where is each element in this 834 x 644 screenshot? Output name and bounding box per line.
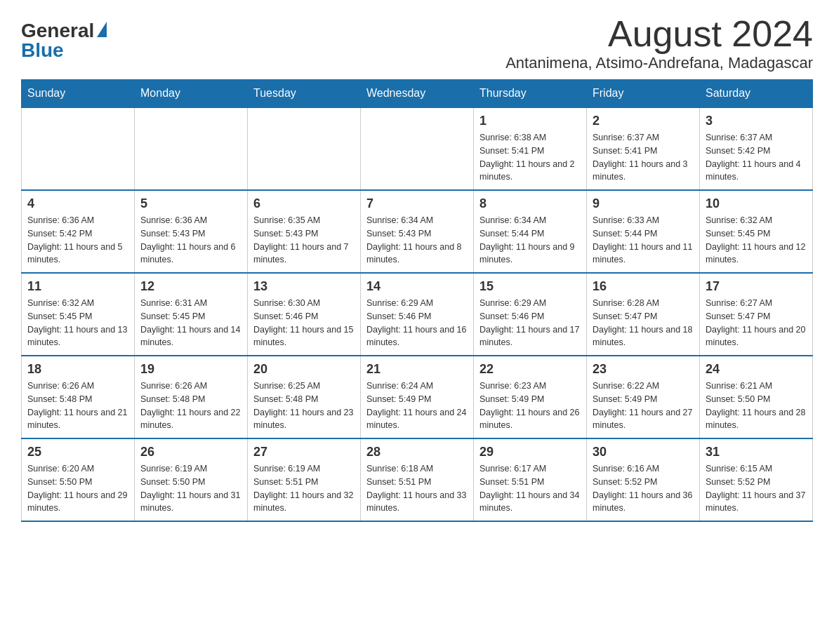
day-cell <box>361 107 474 190</box>
day-number: 14 <box>366 279 468 294</box>
day-cell: 22Sunrise: 6:23 AMSunset: 5:49 PMDayligh… <box>474 356 587 438</box>
day-info: Sunrise: 6:20 AMSunset: 5:50 PMDaylight:… <box>27 462 128 515</box>
day-cell: 13Sunrise: 6:30 AMSunset: 5:46 PMDayligh… <box>248 273 361 356</box>
day-info: Sunrise: 6:25 AMSunset: 5:48 PMDaylight:… <box>253 380 355 432</box>
day-cell: 8Sunrise: 6:34 AMSunset: 5:44 PMDaylight… <box>474 190 587 273</box>
day-cell: 26Sunrise: 6:19 AMSunset: 5:50 PMDayligh… <box>135 438 248 521</box>
day-info: Sunrise: 6:22 AMSunset: 5:49 PMDaylight:… <box>593 380 694 432</box>
day-cell <box>135 107 248 190</box>
day-number: 18 <box>27 362 128 377</box>
day-cell <box>22 107 135 190</box>
day-number: 4 <box>27 196 128 211</box>
weekday-header-thursday: Thursday <box>474 80 587 108</box>
day-number: 16 <box>593 279 694 294</box>
day-number: 20 <box>253 362 355 377</box>
weekday-header-tuesday: Tuesday <box>248 80 361 108</box>
day-number: 5 <box>140 196 241 211</box>
day-info: Sunrise: 6:21 AMSunset: 5:50 PMDaylight:… <box>706 380 807 432</box>
week-row-1: 1Sunrise: 6:38 AMSunset: 5:41 PMDaylight… <box>22 107 813 190</box>
logo-general-text: General <box>21 21 94 41</box>
day-cell: 4Sunrise: 6:36 AMSunset: 5:42 PMDaylight… <box>22 190 135 273</box>
page-header: General Blue August 2024 Antanimena, Ats… <box>21 14 813 72</box>
calendar-table: SundayMondayTuesdayWednesdayThursdayFrid… <box>21 79 813 522</box>
day-number: 17 <box>706 279 807 294</box>
weekday-header-friday: Friday <box>587 80 700 108</box>
day-number: 29 <box>479 445 581 459</box>
title-block: August 2024 Antanimena, Atsimo-Andrefana… <box>505 14 813 72</box>
day-cell: 31Sunrise: 6:15 AMSunset: 5:52 PMDayligh… <box>700 438 813 521</box>
day-cell: 30Sunrise: 6:16 AMSunset: 5:52 PMDayligh… <box>587 438 700 521</box>
week-row-3: 11Sunrise: 6:32 AMSunset: 5:45 PMDayligh… <box>22 273 813 356</box>
day-cell: 12Sunrise: 6:31 AMSunset: 5:45 PMDayligh… <box>135 273 248 356</box>
day-cell: 5Sunrise: 6:36 AMSunset: 5:43 PMDaylight… <box>135 190 248 273</box>
day-cell <box>248 107 361 190</box>
week-row-2: 4Sunrise: 6:36 AMSunset: 5:42 PMDaylight… <box>22 190 813 273</box>
day-info: Sunrise: 6:30 AMSunset: 5:46 PMDaylight:… <box>253 297 355 349</box>
day-number: 12 <box>140 279 241 294</box>
day-info: Sunrise: 6:35 AMSunset: 5:43 PMDaylight:… <box>253 214 355 267</box>
day-cell: 7Sunrise: 6:34 AMSunset: 5:43 PMDaylight… <box>361 190 474 273</box>
day-number: 3 <box>706 114 807 128</box>
weekday-header-sunday: Sunday <box>22 80 135 108</box>
day-number: 19 <box>140 362 241 377</box>
day-cell: 14Sunrise: 6:29 AMSunset: 5:46 PMDayligh… <box>361 273 474 356</box>
day-number: 31 <box>706 445 807 459</box>
day-info: Sunrise: 6:36 AMSunset: 5:42 PMDaylight:… <box>27 214 128 267</box>
day-info: Sunrise: 6:15 AMSunset: 5:52 PMDaylight:… <box>706 462 807 515</box>
month-title: August 2024 <box>505 14 813 54</box>
day-cell: 23Sunrise: 6:22 AMSunset: 5:49 PMDayligh… <box>587 356 700 438</box>
day-number: 13 <box>253 279 355 294</box>
day-cell: 19Sunrise: 6:26 AMSunset: 5:48 PMDayligh… <box>135 356 248 438</box>
day-info: Sunrise: 6:17 AMSunset: 5:51 PMDaylight:… <box>479 462 581 515</box>
day-cell: 18Sunrise: 6:26 AMSunset: 5:48 PMDayligh… <box>22 356 135 438</box>
day-cell: 17Sunrise: 6:27 AMSunset: 5:47 PMDayligh… <box>700 273 813 356</box>
week-row-4: 18Sunrise: 6:26 AMSunset: 5:48 PMDayligh… <box>22 356 813 438</box>
day-info: Sunrise: 6:29 AMSunset: 5:46 PMDaylight:… <box>366 297 468 349</box>
day-number: 2 <box>593 114 694 128</box>
logo: General Blue <box>21 21 107 60</box>
day-cell: 25Sunrise: 6:20 AMSunset: 5:50 PMDayligh… <box>22 438 135 521</box>
day-cell: 27Sunrise: 6:19 AMSunset: 5:51 PMDayligh… <box>248 438 361 521</box>
day-cell: 16Sunrise: 6:28 AMSunset: 5:47 PMDayligh… <box>587 273 700 356</box>
day-number: 22 <box>479 362 581 377</box>
day-number: 28 <box>366 445 468 459</box>
day-number: 24 <box>706 362 807 377</box>
day-info: Sunrise: 6:19 AMSunset: 5:51 PMDaylight:… <box>253 462 355 515</box>
day-cell: 3Sunrise: 6:37 AMSunset: 5:42 PMDaylight… <box>700 107 813 190</box>
day-cell: 10Sunrise: 6:32 AMSunset: 5:45 PMDayligh… <box>700 190 813 273</box>
day-info: Sunrise: 6:26 AMSunset: 5:48 PMDaylight:… <box>140 380 241 432</box>
day-info: Sunrise: 6:31 AMSunset: 5:45 PMDaylight:… <box>140 297 241 349</box>
day-number: 6 <box>253 196 355 211</box>
day-info: Sunrise: 6:33 AMSunset: 5:44 PMDaylight:… <box>593 214 694 267</box>
day-number: 25 <box>27 445 128 459</box>
weekday-header-saturday: Saturday <box>700 80 813 108</box>
day-info: Sunrise: 6:38 AMSunset: 5:41 PMDaylight:… <box>479 131 581 184</box>
day-info: Sunrise: 6:16 AMSunset: 5:52 PMDaylight:… <box>593 462 694 515</box>
day-number: 10 <box>706 196 807 211</box>
day-cell: 1Sunrise: 6:38 AMSunset: 5:41 PMDaylight… <box>474 107 587 190</box>
day-number: 9 <box>593 196 694 211</box>
day-number: 15 <box>479 279 581 294</box>
weekday-header-monday: Monday <box>135 80 248 108</box>
day-number: 23 <box>593 362 694 377</box>
day-number: 26 <box>140 445 241 459</box>
weekday-header-row: SundayMondayTuesdayWednesdayThursdayFrid… <box>22 80 813 108</box>
day-number: 7 <box>366 196 468 211</box>
day-info: Sunrise: 6:29 AMSunset: 5:46 PMDaylight:… <box>479 297 581 349</box>
day-number: 21 <box>366 362 468 377</box>
day-info: Sunrise: 6:32 AMSunset: 5:45 PMDaylight:… <box>706 214 807 267</box>
day-info: Sunrise: 6:36 AMSunset: 5:43 PMDaylight:… <box>140 214 241 267</box>
day-cell: 20Sunrise: 6:25 AMSunset: 5:48 PMDayligh… <box>248 356 361 438</box>
day-cell: 28Sunrise: 6:18 AMSunset: 5:51 PMDayligh… <box>361 438 474 521</box>
day-cell: 29Sunrise: 6:17 AMSunset: 5:51 PMDayligh… <box>474 438 587 521</box>
day-cell: 11Sunrise: 6:32 AMSunset: 5:45 PMDayligh… <box>22 273 135 356</box>
day-cell: 15Sunrise: 6:29 AMSunset: 5:46 PMDayligh… <box>474 273 587 356</box>
day-number: 1 <box>479 114 581 128</box>
day-info: Sunrise: 6:24 AMSunset: 5:49 PMDaylight:… <box>366 380 468 432</box>
day-info: Sunrise: 6:37 AMSunset: 5:41 PMDaylight:… <box>593 131 694 184</box>
day-number: 27 <box>253 445 355 459</box>
day-cell: 2Sunrise: 6:37 AMSunset: 5:41 PMDaylight… <box>587 107 700 190</box>
day-info: Sunrise: 6:32 AMSunset: 5:45 PMDaylight:… <box>27 297 128 349</box>
location-title: Antanimena, Atsimo-Andrefana, Madagascar <box>505 54 813 72</box>
day-info: Sunrise: 6:34 AMSunset: 5:44 PMDaylight:… <box>479 214 581 267</box>
